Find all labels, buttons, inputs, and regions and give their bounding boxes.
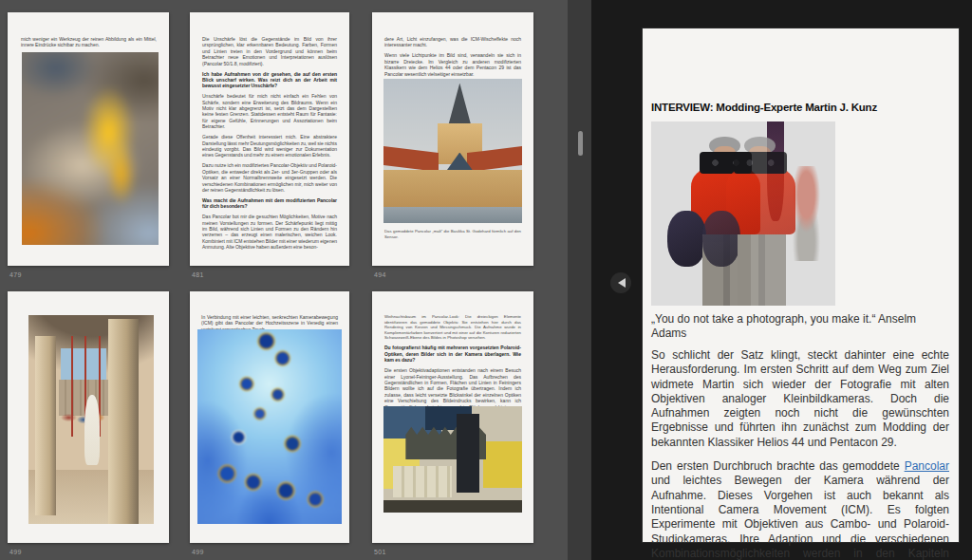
page-number-label: 479: [9, 271, 22, 278]
page-number-label: 481: [192, 271, 204, 278]
page-number-label: 499: [9, 549, 22, 555]
thumbnail-page-481[interactable]: Die Unschärfe löst die Gegenstände im Bi…: [190, 12, 349, 266]
thumbnail-page-494[interactable]: dere Art, Licht einzufangen, was die ICM…: [372, 12, 533, 266]
thumbnail-page-surface: In Verbindung mit einer leichten, senkre…: [190, 291, 349, 543]
thumbnail-page-499-blue[interactable]: In Verbindung mit einer leichten, senkre…: [190, 291, 349, 543]
thumb-481-p2: Unschärfe bedeutet für mich nicht einfac…: [202, 93, 337, 129]
thumb-494-p2: Wenn viele Lichtpunkte im Bild sind, ver…: [384, 52, 521, 77]
paragraph-2-text-mid: und leichtes Bewegen der Kamera während …: [651, 474, 949, 559]
thumbnail-page-surface: [8, 291, 169, 543]
thumbnail-page-479[interactable]: mich weniger ein Werkzeug der reinen Abb…: [8, 12, 169, 266]
thumb-481-p1: Die Unschärfe löst die Gegenstände im Bi…: [202, 36, 337, 66]
thumbnail-grid-panel: mich weniger ein Werkzeug der reinen Abb…: [0, 0, 568, 560]
thumb-494-p1: dere Art, Licht einzufangen, was die ICM…: [384, 36, 521, 48]
thumb-481-p5: Das Pancolar bot mir die gesuchten Mögli…: [202, 214, 337, 250]
left-triangle-icon: [618, 278, 626, 288]
reader-current-page: INTERVIEW: Modding-Experte Martin J. Kun…: [643, 28, 959, 542]
mirror-self-portrait-photo: [651, 121, 835, 306]
thumbnail-page-501[interactable]: Weihnachtsbaum im Pancolar-Look: Die dre…: [372, 291, 533, 543]
thumb-481-p3: Gerade diese Offenheit interessiert mich…: [202, 134, 337, 159]
thumb-481-p4: Dazu nutze ich ein modifiziertes Pancola…: [202, 162, 337, 193]
thumb-481-question2: Was macht die Aufnahmen mit dem modifizi…: [202, 197, 337, 210]
thumbnail-page-surface: Die Unschärfe löst die Gegenstände im Bi…: [190, 12, 349, 266]
thumb-494-caption: Das gemoddete Pancolar „malt“ die Basili…: [384, 229, 521, 239]
thumbnail-page-499-venice[interactable]: 499: [8, 291, 169, 543]
interview-paragraph-2: Den ersten Durchbruch brachte das gemodd…: [651, 459, 949, 560]
interview-paragraph-1: So schlicht der Satz klingt, steckt dahi…: [651, 348, 949, 450]
venice-arcade-icm-photo: [28, 315, 154, 524]
thumbnail-page-surface: mich weniger ein Werkzeug der reinen Abb…: [8, 12, 169, 266]
collapse-panel-button[interactable]: [610, 272, 631, 293]
page-number-label: 499: [192, 549, 204, 555]
soft-focus-basilica-photo: [383, 79, 522, 223]
photo-quote-caption: „You do not take a photograph, you make …: [651, 312, 949, 341]
thumbnail-page-surface: dere Art, Licht einzufangen, was die ICM…: [372, 12, 533, 266]
scrollbar-thumb[interactable]: [578, 131, 583, 156]
link-pancolar[interactable]: Pancolar: [905, 459, 949, 473]
page-number-label: 501: [374, 549, 386, 555]
page-title: INTERVIEW: Modding-Experte Martin J. Kun…: [651, 102, 949, 113]
page-number-label: 494: [374, 271, 386, 278]
thumbnail-scrollbar[interactable]: [568, 0, 591, 560]
thumb-479-text: mich weniger ein Werkzeug der reinen Abb…: [21, 36, 157, 48]
abstract-gold-blue-icm-photo: [22, 52, 159, 245]
thumb-501-question: Du fotografierst häufig mit mehreren vor…: [384, 345, 521, 363]
blue-abstract-goblets-photo: [197, 329, 342, 524]
paragraph-2-text-start: Den ersten Durchbruch brachte das gemodd…: [651, 459, 905, 473]
thumbnail-page-surface: Weihnachtsbaum im Pancolar-Look: Die dre…: [372, 291, 533, 543]
thumb-501-caption: Weihnachtsbaum im Pancolar-Look: Die dre…: [384, 314, 521, 341]
feininger-style-painting: [383, 406, 522, 513]
thumb-481-question1: Ich habe Aufnahmen von dir gesehen, die …: [202, 71, 337, 89]
